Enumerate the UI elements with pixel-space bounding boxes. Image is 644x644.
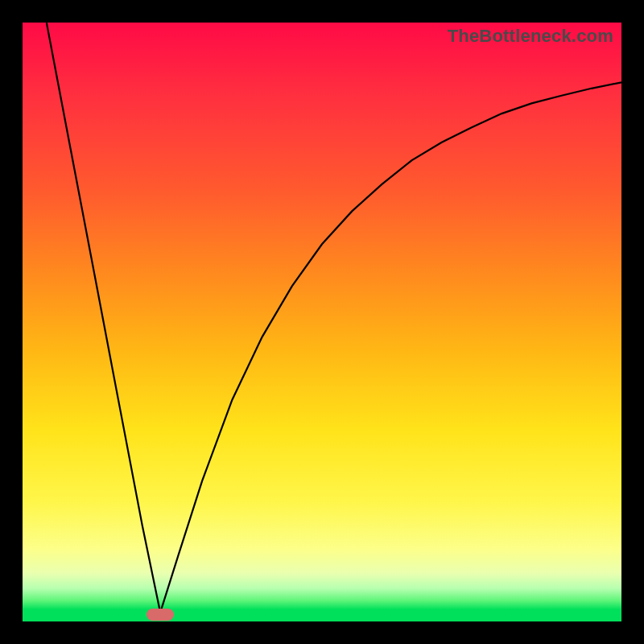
curve-left-branch [47,23,160,613]
chart-frame: TheBottleneck.com [23,23,621,621]
bottleneck-curve [23,23,621,621]
curve-right-branch [160,82,621,612]
optimal-marker [147,609,174,621]
